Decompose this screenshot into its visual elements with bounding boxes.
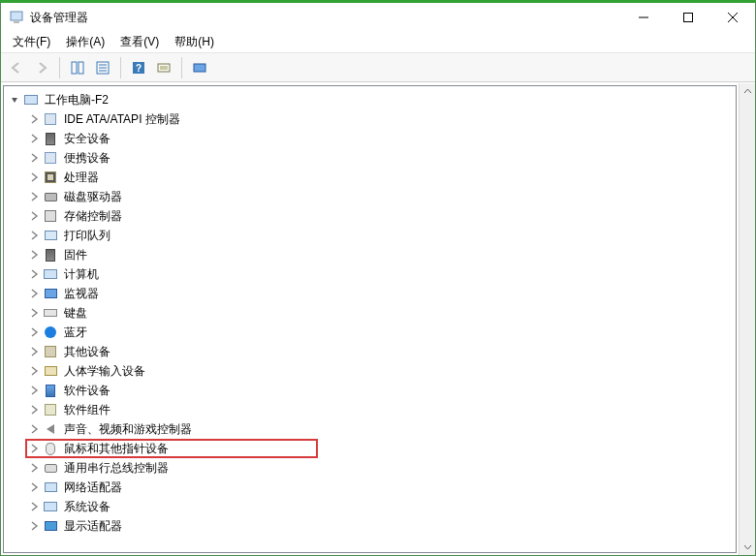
chevron-right-icon[interactable] (27, 190, 41, 203)
chevron-right-icon[interactable] (27, 151, 41, 165)
comp-icon (43, 402, 58, 417)
chevron-right-icon[interactable] (27, 519, 41, 533)
chevron-right-icon[interactable] (27, 306, 41, 320)
chevron-right-icon[interactable] (27, 422, 41, 436)
tree-item[interactable]: 便携设备 (23, 148, 736, 168)
toolbar-separator (181, 57, 182, 78)
chip-icon (43, 170, 58, 185)
content-area: 工作电脑-F2IDE ATA/ATAPI 控制器安全设备便携设备处理器磁盘驱动器… (1, 82, 755, 555)
soft-icon (43, 383, 58, 398)
toolbar-separator (59, 57, 60, 78)
device-manager-window: 设备管理器 文件(F) 操作(A) 查看(V) 帮助(H) (0, 0, 756, 556)
svg-rect-7 (79, 62, 83, 74)
tree-item-label: 软件组件 (62, 402, 112, 418)
generic-icon (43, 150, 58, 166)
chevron-right-icon[interactable] (27, 480, 41, 494)
tree-item[interactable]: 系统设备 (23, 497, 736, 516)
tree-item-label: 系统设备 (62, 499, 112, 515)
tree-item-label: 蓝牙 (62, 324, 89, 341)
tree-item[interactable]: 鼠标和其他指针设备 (23, 439, 736, 458)
tree-item[interactable]: 处理器 (23, 168, 736, 187)
tree-item-label: 软件设备 (62, 383, 112, 399)
minimize-button[interactable] (621, 3, 666, 32)
tree-item[interactable]: 人体学输入设备 (23, 361, 736, 381)
menu-file[interactable]: 文件(F) (5, 32, 58, 52)
tree-item-label: 人体学输入设备 (62, 363, 147, 380)
chevron-right-icon[interactable] (27, 132, 41, 145)
devices-by-type-button[interactable] (188, 56, 211, 79)
tree-item-label: 网络适配器 (62, 479, 124, 496)
menu-view[interactable]: 查看(V) (112, 32, 167, 52)
tree-item[interactable]: 打印队列 (23, 226, 736, 245)
tree-item[interactable]: 安全设备 (23, 129, 736, 148)
tree-item[interactable]: 网络适配器 (23, 478, 736, 497)
scroll-up-button[interactable] (740, 83, 755, 100)
tree-item[interactable]: 软件设备 (23, 381, 736, 400)
device-tree[interactable]: 工作电脑-F2IDE ATA/ATAPI 控制器安全设备便携设备处理器磁盘驱动器… (3, 85, 737, 553)
maximize-button[interactable] (666, 3, 710, 32)
chevron-right-icon[interactable] (27, 267, 41, 281)
chevron-right-icon[interactable] (27, 345, 41, 358)
tree-item[interactable]: 显示适配器 (23, 516, 736, 536)
tree-item[interactable]: 键盘 (23, 303, 736, 323)
svg-rect-16 (194, 64, 205, 72)
tree-item[interactable]: IDE ATA/ATAPI 控制器 (23, 109, 736, 129)
tree-item[interactable]: 其他设备 (23, 342, 736, 361)
hid-icon (43, 363, 58, 379)
scroll-down-button[interactable] (740, 539, 755, 555)
scan-hardware-button[interactable] (152, 56, 175, 79)
chevron-right-icon[interactable] (27, 364, 41, 378)
chevron-right-icon[interactable] (27, 248, 41, 262)
chevron-right-icon[interactable] (27, 112, 41, 126)
vertical-scrollbar[interactable] (739, 83, 755, 555)
generic-icon (43, 111, 58, 127)
chevron-right-icon[interactable] (27, 461, 41, 475)
tree-item[interactable]: 蓝牙 (23, 323, 736, 342)
show-hide-tree-button[interactable] (66, 56, 89, 79)
toolbar-separator (120, 57, 121, 78)
tree-item-label: 其他设备 (62, 344, 112, 360)
usb-icon (43, 460, 58, 476)
tree-item-label: 通用串行总线控制器 (62, 460, 171, 477)
tree-item-label: 监视器 (62, 286, 101, 302)
svg-text:?: ? (136, 63, 142, 74)
chevron-right-icon[interactable] (27, 403, 41, 417)
chevron-right-icon[interactable] (27, 325, 41, 339)
close-button[interactable] (710, 3, 755, 32)
tree-item[interactable]: 监视器 (23, 284, 736, 303)
monitor-icon (43, 286, 58, 301)
chevron-right-icon[interactable] (27, 384, 41, 397)
app-icon (9, 10, 24, 25)
sound-icon (43, 421, 58, 437)
svg-rect-0 (11, 12, 22, 20)
tree-item-label: 安全设备 (62, 131, 112, 147)
chevron-right-icon[interactable] (27, 170, 41, 184)
chevron-right-icon[interactable] (27, 229, 41, 242)
menu-action[interactable]: 操作(A) (58, 32, 112, 52)
tree-item[interactable]: 声音、视频和游戏控制器 (23, 419, 736, 439)
svg-rect-15 (160, 66, 168, 70)
chevron-right-icon[interactable] (27, 442, 41, 455)
tree-item[interactable]: 软件组件 (23, 400, 736, 419)
back-button[interactable] (5, 56, 28, 79)
disk-icon (43, 189, 58, 204)
svg-rect-1 (14, 21, 19, 23)
chevron-right-icon[interactable] (27, 500, 41, 513)
properties-button[interactable] (91, 56, 114, 79)
other-icon (43, 344, 58, 359)
tree-item[interactable]: 通用串行总线控制器 (23, 458, 736, 478)
tree-item[interactable]: 计算机 (23, 264, 736, 284)
chevron-right-icon[interactable] (27, 209, 41, 223)
scroll-track[interactable] (740, 100, 755, 539)
tree-item[interactable]: 磁盘驱动器 (23, 187, 736, 206)
chevron-right-icon[interactable] (27, 287, 41, 300)
forward-button[interactable] (30, 56, 53, 79)
tree-item[interactable]: 固件 (23, 245, 736, 264)
tree-item[interactable]: 存储控制器 (23, 206, 736, 226)
chevron-down-icon[interactable] (8, 93, 21, 107)
tree-root-node[interactable]: 工作电脑-F2 (4, 90, 736, 109)
menu-help[interactable]: 帮助(H) (167, 32, 222, 52)
sys-icon (43, 266, 58, 282)
help-button[interactable]: ? (127, 56, 150, 79)
firmware-icon (43, 247, 58, 263)
